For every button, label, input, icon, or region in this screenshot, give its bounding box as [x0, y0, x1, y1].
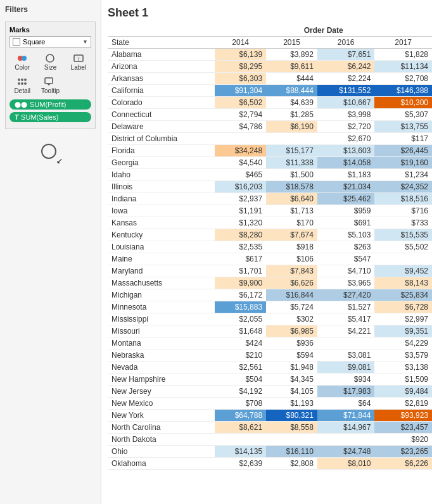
value-cell: $918: [266, 241, 317, 253]
state-cell: Florida: [108, 145, 215, 157]
table-row: Montana$424$936$4,229: [108, 337, 432, 350]
value-cell: $8,010: [317, 458, 375, 470]
value-cell: $465: [215, 169, 266, 181]
size-button[interactable]: Size: [37, 51, 63, 72]
value-cell: $9,900: [215, 277, 266, 289]
value-cell: [215, 133, 266, 145]
value-cell: $6,226: [374, 458, 432, 470]
value-cell: $2,055: [215, 313, 266, 325]
sales-pill[interactable]: T SUM(Sales): [10, 112, 91, 122]
value-cell: $64: [317, 398, 375, 410]
tooltip-label: Tooltip: [41, 87, 60, 94]
value-cell: $959: [317, 205, 375, 217]
value-cell: $2,561: [215, 362, 266, 374]
svg-point-2: [46, 54, 54, 62]
value-cell: $2,720: [317, 121, 375, 133]
state-cell: Maine: [108, 253, 215, 265]
table-row: District of Columbia$2,670$117: [108, 133, 432, 145]
state-cell: New Mexico: [108, 398, 215, 410]
state-cell: Connecticut: [108, 109, 215, 121]
color-button[interactable]: Color: [10, 51, 35, 72]
table-row: Arizona$8,295$9,611$6,242$11,134: [108, 61, 432, 73]
value-cell: $8,621: [215, 422, 266, 434]
state-cell: Kentucky: [108, 229, 215, 241]
svg-point-5: [18, 79, 20, 81]
profit-pill[interactable]: ⬤⬤ SUM(Profit): [10, 99, 91, 110]
value-cell: $6,303: [215, 73, 266, 85]
marks-title: Marks: [10, 26, 91, 34]
color-label: Color: [15, 64, 30, 71]
state-cell: Maryland: [108, 265, 215, 277]
value-cell: $617: [215, 253, 266, 265]
value-cell: $4,639: [266, 97, 317, 109]
value-cell: $5,417: [317, 313, 375, 325]
state-cell: Ohio: [108, 446, 215, 458]
table-row: Maine$617$106$547: [108, 253, 432, 265]
value-cell: $716: [374, 205, 432, 217]
state-cell: Michigan: [108, 289, 215, 301]
table-row: Ohio$14,135$16,110$24,748$23,265: [108, 446, 432, 458]
label-icon: T: [72, 53, 86, 64]
value-cell: $1,527: [317, 301, 375, 313]
value-cell: $16,844: [266, 289, 317, 301]
mark-type-dropdown[interactable]: Square ▼: [10, 36, 91, 47]
state-cell: Illinois: [108, 181, 215, 193]
detail-icon: [15, 76, 29, 87]
state-cell: Indiana: [108, 193, 215, 205]
value-cell: [215, 434, 266, 446]
table-wrapper[interactable]: Order Date State 2014 2015 2016 2017 Ala…: [108, 25, 432, 504]
value-cell: $71,844: [317, 410, 375, 422]
value-cell: $170: [266, 217, 317, 229]
col-2014: 2014: [215, 37, 266, 49]
value-cell: $263: [317, 241, 375, 253]
table-row: California$91,304$88,444$131,552$146,388: [108, 85, 432, 97]
value-cell: $302: [266, 313, 317, 325]
tooltip-icon: [43, 76, 57, 87]
value-cell: $16,203: [215, 181, 266, 193]
value-cell: $936: [266, 337, 317, 350]
cursor-circle: [41, 144, 56, 159]
table-row: Kentucky$8,280$7,674$5,103$15,535: [108, 229, 432, 241]
profit-pill-label: SUM(Profit): [30, 101, 66, 108]
value-cell: $2,937: [215, 193, 266, 205]
value-cell: $19,160: [374, 157, 432, 169]
state-cell: Louisiana: [108, 241, 215, 253]
value-cell: $4,786: [215, 121, 266, 133]
col-2015: 2015: [266, 37, 317, 49]
state-cell: Nebraska: [108, 350, 215, 362]
size-icon: [43, 53, 57, 64]
value-cell: $594: [266, 350, 317, 362]
svg-rect-11: [45, 78, 53, 84]
value-cell: $6,172: [215, 289, 266, 301]
svg-point-10: [24, 82, 27, 85]
value-cell: $934: [317, 374, 375, 386]
table-row: New Mexico$708$1,193$64$2,819: [108, 398, 432, 410]
main-content: Sheet 1 Order Date State 2014 2015 2016 …: [101, 0, 432, 504]
value-cell: $8,280: [215, 229, 266, 241]
value-cell: $8,143: [374, 277, 432, 289]
state-cell: Delaware: [108, 121, 215, 133]
state-cell: North Dakota: [108, 434, 215, 446]
value-cell: $117: [374, 133, 432, 145]
cursor-arrow-icon: ↙: [56, 156, 63, 165]
value-cell: $424: [215, 337, 266, 350]
detail-button[interactable]: Detail: [10, 75, 35, 96]
value-cell: $733: [374, 217, 432, 229]
table-row: Illinois$16,203$18,578$21,034$24,352: [108, 181, 432, 193]
filters-label: Filters: [5, 5, 96, 14]
state-cell: Arizona: [108, 61, 215, 73]
value-cell: $6,640: [266, 193, 317, 205]
value-cell: $4,221: [317, 325, 375, 337]
label-button[interactable]: T Label: [66, 51, 91, 72]
tooltip-button[interactable]: Tooltip: [37, 75, 63, 96]
value-cell: $3,138: [374, 362, 432, 374]
table-row: Maryland$1,701$7,843$4,710$9,452: [108, 265, 432, 277]
marks-grid: Color Size T Label: [10, 51, 91, 96]
value-cell: $34,248: [215, 145, 266, 157]
value-cell: $210: [215, 350, 266, 362]
table-row: Louisiana$2,535$918$263$5,502: [108, 241, 432, 253]
value-cell: $2,535: [215, 241, 266, 253]
value-cell: $26,445: [374, 145, 432, 157]
value-cell: $5,307: [374, 109, 432, 121]
table-row: Arkansas$6,303$444$2,224$2,708: [108, 73, 432, 85]
